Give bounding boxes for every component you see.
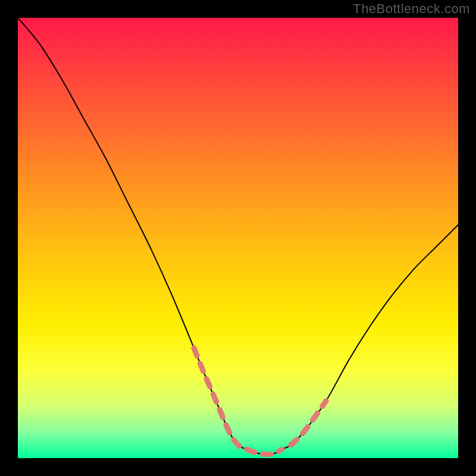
- watermark-text: TheBottleneck.com: [353, 1, 470, 17]
- plot-area: [18, 18, 458, 458]
- gradient-background: [18, 18, 458, 458]
- chart-svg: [18, 18, 458, 458]
- chart-frame: TheBottleneck.com: [0, 0, 476, 476]
